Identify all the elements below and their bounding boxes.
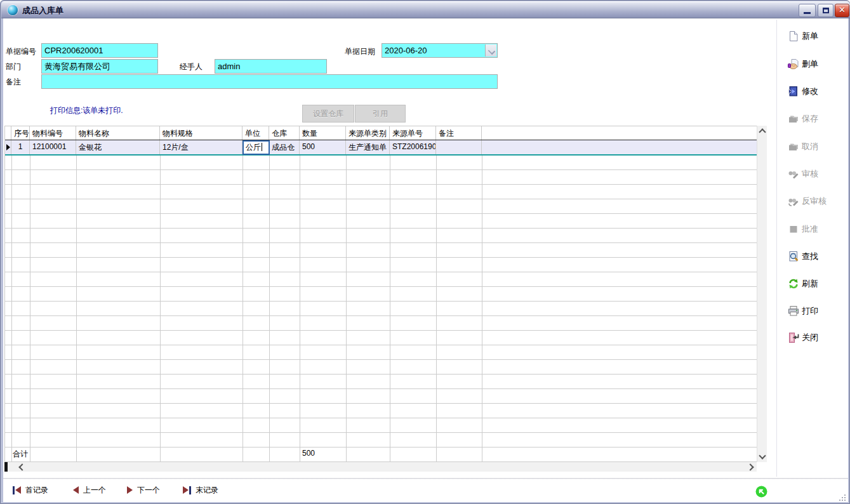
panel-separator	[776, 20, 777, 477]
cell-seq[interactable]: 1	[11, 140, 30, 154]
nav-next-record[interactable]: 下一个	[127, 484, 160, 496]
scroll-left-icon[interactable]	[18, 463, 25, 470]
row-indicator-cell	[5, 140, 11, 154]
detail-grid[interactable]: 序号 物料编号 物料名称 物料规格 单位 仓库 数量 来源单类别 来源单号 备注…	[4, 126, 757, 472]
total-qty: 500	[302, 449, 315, 458]
maximize-icon	[823, 8, 829, 13]
col-header-qty[interactable]: 数量	[300, 126, 346, 140]
text-caret	[262, 143, 262, 151]
action-find[interactable]: 查找	[788, 250, 818, 263]
col-header-source-type[interactable]: 来源单类别	[346, 126, 390, 140]
vertical-scrollbar[interactable]	[757, 126, 767, 462]
printer-icon	[788, 305, 799, 317]
doc-date-label: 单据日期	[345, 46, 375, 57]
grid-vline	[76, 156, 77, 463]
col-header-unit[interactable]: 单位	[242, 126, 269, 140]
cell-source-type[interactable]: 生产通知单	[346, 140, 390, 154]
set-warehouse-button[interactable]: 设置仓库	[302, 105, 354, 123]
unaudit-icon	[788, 196, 799, 207]
col-header-spec[interactable]: 物料规格	[160, 126, 242, 140]
cell-source-no[interactable]: STZ20061900	[390, 140, 436, 154]
previous-record-icon	[73, 486, 79, 494]
action-modify[interactable]: 修改	[788, 85, 818, 98]
cell-spec[interactable]: 12片/盒	[160, 140, 242, 154]
action-refresh[interactable]: 刷新	[788, 277, 818, 290]
exit-door-icon	[788, 332, 799, 343]
scroll-up-icon[interactable]	[759, 128, 766, 135]
col-header-warehouse[interactable]: 仓库	[269, 126, 300, 140]
col-header-seq[interactable]: 序号	[11, 126, 30, 140]
search-icon	[788, 251, 799, 262]
cancel-icon	[788, 141, 799, 152]
scroll-right-icon[interactable]	[747, 463, 754, 470]
cell-code[interactable]: 12100001	[30, 140, 76, 154]
save-icon	[788, 113, 799, 124]
cell-warehouse[interactable]: 成品仓	[269, 140, 300, 154]
action-cancel: 取消	[788, 140, 818, 153]
nav-previous-record[interactable]: 上一个	[73, 484, 106, 496]
remark-label: 备注	[6, 77, 21, 88]
minimize-icon	[804, 12, 811, 14]
grid-vline	[390, 156, 390, 463]
grid-vline	[160, 156, 161, 463]
action-approve: 批准	[788, 223, 818, 235]
grid-vline	[242, 156, 243, 463]
last-record-icon	[183, 486, 191, 494]
maximize-button[interactable]	[818, 4, 833, 17]
audit-icon	[788, 168, 799, 180]
next-record-icon	[127, 486, 133, 494]
table-row[interactable]: 1 12100001 金银花 12片/盒 成品仓 500 生产通知单 STZ20…	[5, 140, 757, 156]
total-label: 合计	[13, 449, 28, 460]
cell-name[interactable]: 金银花	[76, 140, 160, 154]
grid-vline	[346, 156, 347, 463]
nav-last-record[interactable]: 末记录	[183, 484, 218, 496]
action-delete[interactable]: 删单	[788, 58, 818, 70]
window-title: 成品入库单	[22, 5, 63, 17]
grid-vline	[30, 156, 30, 463]
col-header-code[interactable]: 物料编号	[30, 126, 76, 140]
hscroll-thumb[interactable]	[4, 462, 8, 472]
refresh-icon	[788, 278, 799, 289]
bottom-divider	[3, 478, 848, 479]
row-pointer-icon	[6, 144, 10, 150]
action-close[interactable]: 关闭	[788, 331, 818, 344]
col-header-remark[interactable]: 备注	[436, 126, 482, 140]
remark-field[interactable]	[41, 74, 498, 89]
unit-edit-cell[interactable]: 公斤	[242, 140, 270, 155]
print-info-text: 打印信息:该单未打印.	[50, 105, 123, 116]
app-orb-icon	[8, 5, 18, 15]
chevron-down-icon	[488, 48, 495, 55]
minimize-button[interactable]	[799, 4, 816, 17]
resize-grip[interactable]	[839, 494, 846, 500]
grid-empty-rows[interactable]	[5, 156, 757, 463]
handler-field[interactable]: admin	[215, 59, 327, 74]
date-dropdown-button[interactable]	[485, 44, 496, 56]
grid-header-row: 序号 物料编号 物料名称 物料规格 单位 仓库 数量 来源单类别 来源单号 备注	[5, 126, 757, 140]
action-print[interactable]: 打印	[788, 305, 818, 317]
doc-date-field[interactable]: 2020-06-20	[382, 43, 498, 58]
action-save: 保存	[788, 112, 818, 125]
go-status-icon[interactable]	[755, 486, 767, 498]
grid-vline	[482, 156, 482, 463]
title-bar[interactable]: 成品入库单 ✕	[1, 1, 850, 18]
grid-indicator-header	[5, 126, 11, 140]
cell-remark[interactable]	[436, 140, 482, 154]
cell-qty[interactable]: 500	[300, 140, 346, 154]
unit-edit-value: 公斤	[246, 143, 261, 152]
col-header-source-no[interactable]: 来源单号	[390, 126, 436, 140]
reference-button[interactable]: 引用	[355, 105, 406, 123]
close-icon: ✕	[835, 5, 849, 15]
first-record-icon	[13, 486, 21, 494]
nav-first-record[interactable]: 首记录	[13, 484, 48, 496]
col-header-name[interactable]: 物料名称	[76, 126, 160, 140]
grid-vline	[11, 156, 12, 463]
action-unaudit: 反审核	[788, 195, 827, 208]
grid-vline	[300, 156, 300, 463]
close-button[interactable]: ✕	[835, 4, 849, 17]
action-new[interactable]: 新单	[788, 30, 818, 43]
dept-field[interactable]: 黄海贸易有限公司	[41, 59, 158, 74]
doc-no-field[interactable]: CPR200620001	[41, 43, 158, 58]
dept-label: 部门	[6, 62, 21, 72]
horizontal-scrollbar[interactable]	[4, 462, 757, 472]
scroll-down-icon[interactable]	[759, 452, 766, 459]
